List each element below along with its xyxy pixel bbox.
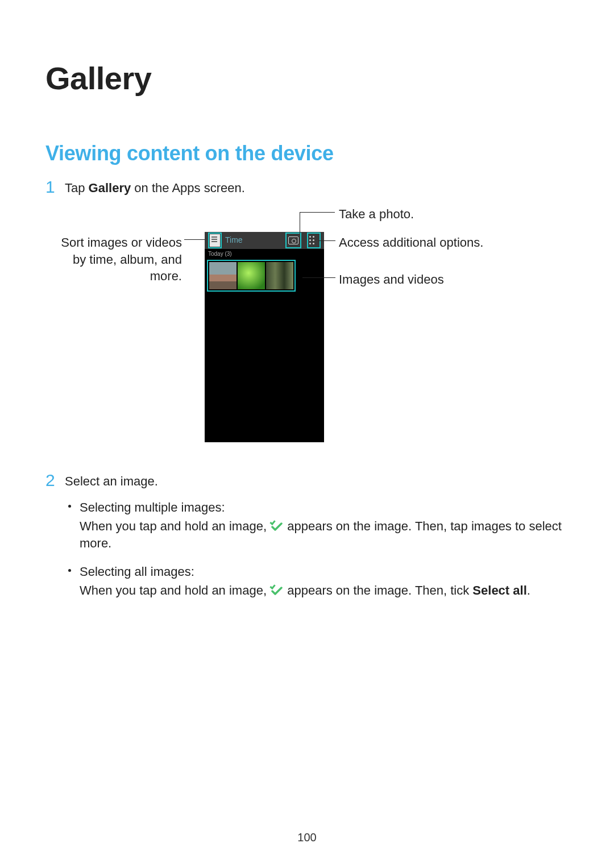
sub-all-post-b: . xyxy=(527,583,530,597)
thumbnail[interactable] xyxy=(266,262,293,289)
step-1: 1 Tap Gallery on the Apps screen. xyxy=(45,180,569,197)
phone-mock: Time Today (3) xyxy=(205,232,324,442)
callout-sort: Sort images or videos by time, album, an… xyxy=(45,234,182,285)
step-1-number: 1 xyxy=(45,178,65,196)
phone-subheader: Today (3) xyxy=(205,249,324,260)
sub-all: Selecting all images: When you tap and h… xyxy=(65,563,569,599)
checkmark-icon xyxy=(271,519,283,528)
section-heading: Viewing content on the device xyxy=(45,140,569,168)
sub-multi: Selecting multiple images: When you tap … xyxy=(65,499,569,552)
camera-icon-highlight xyxy=(285,232,301,248)
camera-icon[interactable] xyxy=(288,235,299,246)
checkmark-icon xyxy=(271,583,283,592)
step-2-number: 2 xyxy=(45,472,65,489)
step-1-post: on the Apps screen. xyxy=(131,181,245,195)
step-2: 2 Select an image. xyxy=(45,473,569,490)
sort-icon-highlight xyxy=(208,232,222,248)
thumbnail[interactable] xyxy=(238,262,265,289)
sub-all-bold: Select all xyxy=(472,583,526,597)
callout-thumbs: Images and videos xyxy=(339,271,509,288)
step-2-sublist: Selecting multiple images: When you tap … xyxy=(65,499,569,599)
thumbnail-row xyxy=(209,262,293,289)
sub-multi-title: Selecting multiple images: xyxy=(80,499,569,516)
phone-header: Time xyxy=(205,232,324,249)
page-title: Gallery xyxy=(45,57,569,100)
sub-all-pre: When you tap and hold an image, xyxy=(80,583,270,597)
phone-time-label: Time xyxy=(225,235,243,246)
step-2-text: Select an image. xyxy=(65,473,569,490)
callout-take-photo: Take a photo. xyxy=(339,206,509,223)
step-1-pre: Tap xyxy=(65,181,89,195)
step-1-text: Tap Gallery on the Apps screen. xyxy=(65,180,569,197)
sub-multi-pre: When you tap and hold an image, xyxy=(80,519,270,533)
page-number: 100 xyxy=(0,830,614,845)
diagram: Sort images or videos by time, album, an… xyxy=(45,206,569,456)
thumbnail[interactable] xyxy=(209,262,237,289)
callout-options: Access additional options. xyxy=(339,234,521,251)
sub-all-title: Selecting all images: xyxy=(80,563,569,580)
thumbs-highlight xyxy=(207,260,296,292)
sort-icon[interactable] xyxy=(210,234,220,247)
sub-all-post-a: appears on the image. Then, tick xyxy=(284,583,472,597)
menu-icon[interactable] xyxy=(309,235,318,246)
step-1-bold: Gallery xyxy=(89,181,131,195)
